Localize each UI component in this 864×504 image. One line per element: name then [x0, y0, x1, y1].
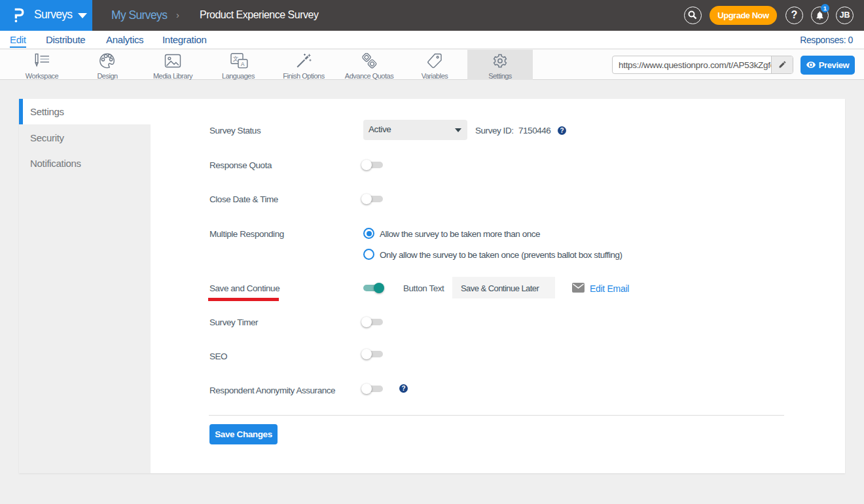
svg-text:A: A: [241, 62, 245, 67]
